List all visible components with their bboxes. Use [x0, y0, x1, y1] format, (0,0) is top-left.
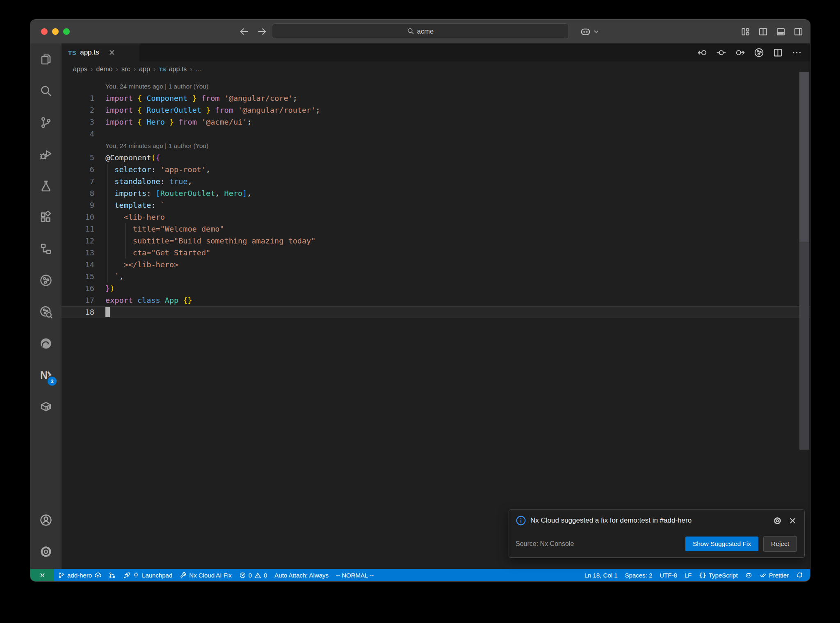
- git-blame-text: You, 24 minutes ago | 1 author (You): [94, 140, 208, 152]
- code-line-16: 16}): [62, 282, 810, 294]
- status-cursor-position-label: Ln 18, Col 1: [584, 572, 618, 579]
- editor-scrollbar[interactable]: [799, 72, 809, 450]
- split-editor-icon[interactable]: [773, 48, 783, 58]
- window-controls: [41, 20, 70, 43]
- show-suggested-fix-button[interactable]: Show Suggested Fix: [685, 537, 758, 551]
- chevron-right-icon: ›: [189, 65, 193, 73]
- copilot-icon: [580, 26, 591, 37]
- typescript-file-icon: TS: [68, 49, 76, 56]
- status-indentation[interactable]: Spaces: 2: [621, 569, 656, 581]
- nx-cloud-run-icon[interactable]: [754, 48, 764, 58]
- notification-source: Source: Nx Console: [516, 540, 685, 548]
- breadcrumb-item-appts[interactable]: app.ts: [169, 66, 187, 73]
- reject-button[interactable]: Reject: [763, 536, 797, 552]
- customize-layout-icon[interactable]: [740, 27, 751, 37]
- status-language-mode[interactable]: {}TypeScript: [695, 569, 741, 581]
- code-line-5: 5@Component({: [62, 152, 810, 164]
- more-actions-icon[interactable]: [792, 48, 802, 58]
- status-vim-mode[interactable]: -- NORMAL --: [332, 569, 377, 581]
- status-eol[interactable]: LF: [681, 569, 696, 581]
- activity-item-settings[interactable]: [30, 536, 62, 567]
- blame-annotation: You, 24 minutes ago | 1 author (You): [62, 140, 810, 152]
- status-copilot[interactable]: [742, 569, 756, 581]
- chevron-right-icon: ›: [133, 65, 136, 73]
- chevron-right-icon: ›: [115, 65, 119, 73]
- notification-settings-gear-icon[interactable]: [773, 516, 782, 525]
- status-problems[interactable]: 00: [235, 569, 271, 581]
- status-git-graph[interactable]: [105, 569, 119, 581]
- status-git-branch[interactable]: add-hero: [54, 569, 105, 581]
- breadcrumb-item-src[interactable]: src: [121, 66, 130, 73]
- code-line-2: 2import { RouterOutlet } from '@angular/…: [62, 104, 810, 116]
- breadcrumb-item-demo[interactable]: demo: [96, 66, 112, 73]
- toggle-primary-sidebar-icon[interactable]: [758, 27, 768, 37]
- editor-group: TS app.ts apps›demo›src›app›TSapp.ts›...…: [62, 43, 810, 569]
- line-number: 10: [62, 211, 94, 223]
- status-language-mode-label: {}: [699, 572, 706, 578]
- breadcrumb-item-app[interactable]: app: [139, 66, 150, 73]
- status-auto-attach[interactable]: Auto Attach: Always: [271, 569, 332, 581]
- activity-item-accounts[interactable]: [30, 504, 62, 536]
- code-editor[interactable]: You, 24 minutes ago | 1 author (You)1imp…: [62, 77, 810, 569]
- breadcrumb-item-apps[interactable]: apps: [73, 66, 87, 73]
- copilot-menu[interactable]: [580, 20, 599, 43]
- copilot-copilot-icon: [745, 572, 752, 579]
- status-cursor-position[interactable]: Ln 18, Col 1: [581, 569, 621, 581]
- go-forward-icon[interactable]: [257, 26, 267, 37]
- history-navigation: [239, 20, 267, 43]
- activity-item-run-debug[interactable]: [30, 138, 62, 170]
- breadcrumb-item-[interactable]: ...: [196, 66, 201, 73]
- status-prettier[interactable]: Prettier: [756, 569, 792, 581]
- activity-item-source-control[interactable]: [30, 107, 62, 138]
- toggle-secondary-sidebar-icon[interactable]: [793, 27, 803, 37]
- source-control-icon: [39, 116, 52, 129]
- breadcrumb: apps›demo›src›app›TSapp.ts›...: [62, 61, 810, 77]
- zoom-window-button[interactable]: [63, 28, 70, 35]
- code-line-10: 10 <lib-hero: [62, 211, 810, 223]
- line-number: 4: [62, 128, 94, 140]
- text-cursor: [105, 307, 110, 317]
- nav-back-icon[interactable]: [697, 48, 708, 58]
- close-tab-icon[interactable]: [108, 49, 116, 56]
- status-remote-indicator[interactable]: [30, 569, 54, 581]
- activity-item-containers[interactable]: [30, 391, 62, 422]
- status-eol-label: LF: [685, 572, 692, 579]
- status-notifications-bell[interactable]: [792, 569, 807, 581]
- status-nx-cloud-ai-fix[interactable]: Nx Cloud AI Fix: [176, 569, 235, 581]
- activity-item-extensions[interactable]: [30, 201, 62, 233]
- activity-item-nx-console[interactable]: N3: [30, 359, 62, 391]
- notification-close-icon[interactable]: [788, 516, 797, 525]
- command-center-search[interactable]: acme: [272, 23, 569, 39]
- activity-item-explorer[interactable]: [30, 43, 62, 75]
- tab-app-ts[interactable]: TS app.ts: [62, 43, 139, 61]
- remote-indicator-remote-icon: [39, 572, 46, 579]
- status-launchpad-label: Launchpad: [142, 572, 172, 579]
- line-number: 18: [62, 306, 94, 318]
- activity-item-search[interactable]: [30, 75, 62, 107]
- activity-item-nx-inspect[interactable]: [30, 296, 62, 327]
- notifications-bell-bell-icon: [796, 572, 803, 579]
- toggle-panel-icon[interactable]: [776, 27, 786, 37]
- activity-item-nx-cloud-runs[interactable]: [30, 264, 62, 296]
- code-line-18: 18: [62, 306, 810, 318]
- activity-item-testing[interactable]: [30, 170, 62, 201]
- status-launchpad[interactable]: Launchpad: [119, 569, 176, 581]
- containers-icon: [39, 400, 52, 413]
- status-language-mode-label: TypeScript: [709, 572, 738, 579]
- nav-current-icon[interactable]: [716, 48, 726, 58]
- prettier-check-double-icon: [760, 572, 767, 579]
- activity-item-edge-tools[interactable]: [30, 327, 62, 359]
- chevron-right-icon: ›: [153, 65, 156, 73]
- settings-icon: [39, 545, 52, 558]
- status-encoding[interactable]: UTF-8: [656, 569, 681, 581]
- activity-item-project-structure[interactable]: [30, 233, 62, 264]
- activity-bar: N3: [30, 43, 62, 569]
- line-number: 3: [62, 116, 94, 128]
- minimize-window-button[interactable]: [52, 28, 59, 35]
- close-window-button[interactable]: [41, 28, 48, 35]
- nav-forward-icon[interactable]: [735, 48, 745, 58]
- code-line-8: 8 imports: [RouterOutlet, Hero],: [62, 187, 810, 199]
- nx-cloud-ai-fix-wrench-icon: [180, 572, 187, 579]
- go-back-icon[interactable]: [239, 26, 249, 37]
- code-line-3: 3import { Hero } from '@acme/ui';: [62, 116, 810, 128]
